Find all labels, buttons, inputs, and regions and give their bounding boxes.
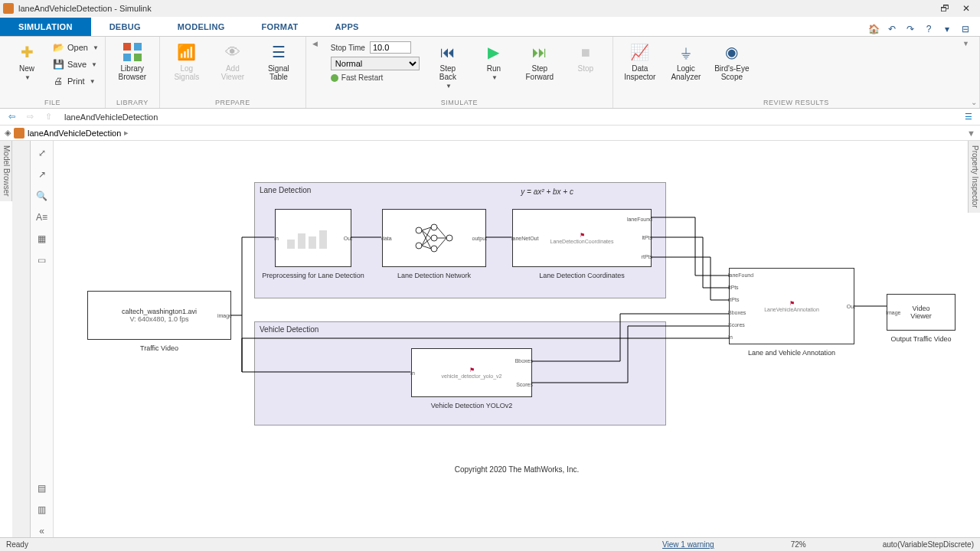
window-title-sep: - [112,4,119,13]
step-back-button[interactable]: ⏮Step Back▼ [427,40,469,91]
block-vehicle-yolo[interactable]: In BboxesScores ⚑ vehicle_detector_yolo_… [411,348,532,397]
zoom-fit-icon[interactable]: ⤢ [36,147,48,159]
canvas-wrap: ⤢ ↗ 🔍 A≡ ▦ ▭ ▤ ▥ « Lane Detection y = ax… [31,141,980,537]
add-viewer-button[interactable]: 👁Add Viewer [212,40,253,83]
svg-rect-6 [309,236,316,249]
birds-eye-scope-button[interactable]: ◉Bird's-Eye Scope [711,40,753,83]
run-button[interactable]: ▶Run▼ [473,40,514,83]
fast-restart-toggle[interactable]: Fast Restart [331,73,420,82]
step-back-icon: ⏮ [437,41,459,63]
nav-up-button: ⇧ [41,110,55,124]
neural-net-icon [411,223,457,253]
palette-item-1-icon[interactable]: ▤ [36,482,48,494]
more-review-button[interactable]: ▼ [962,40,969,47]
redo-icon[interactable]: ↷ [903,22,917,36]
zoom-tool-icon[interactable]: 🔍 [36,190,48,202]
window-title-app: laneAndVehicleDetection [18,4,112,13]
model-canvas[interactable]: Lane Detection y = ax² + bx + c In Out P… [54,141,980,537]
status-zoom[interactable]: 72% [791,540,806,549]
svg-line-22 [437,238,446,249]
model-hierarchy-icon[interactable]: ◈ [5,128,11,138]
data-inspector-button[interactable]: 📈Data Inspector [619,40,661,83]
play-icon: ▶ [483,41,505,63]
sim-mode-select[interactable]: Normal [331,57,420,70]
tab-format[interactable]: FORMAT [243,18,317,36]
svg-line-20 [437,227,446,238]
help-dropdown-icon[interactable]: ▾ [940,22,954,36]
svg-point-13 [446,235,452,241]
open-button[interactable]: 📂Open▼ [52,40,99,55]
subsystem-vehicle-title: Vehicle Detection [260,325,318,334]
birds-eye-icon: ◉ [721,41,743,63]
breadcrumb-root[interactable]: laneAndVehicleDetection [28,129,121,138]
tab-debug[interactable]: DEBUG [91,18,159,36]
restore-button[interactable]: 🗗 [934,1,956,16]
block-vehicle-yolo-label: Vehicle Detection YOLOv2 [431,402,512,409]
svg-point-8 [416,227,422,233]
palette-item-2-icon[interactable]: ▥ [36,504,48,516]
block-lane-network[interactable]: data output [382,209,486,267]
print-button[interactable]: 🖨Print▼ [52,73,99,89]
block-preprocessing[interactable]: In Out [275,209,351,267]
property-inspector-tab[interactable]: Property Inspector [968,141,980,213]
viewer-icon: 👁 [222,41,243,63]
tab-modeling[interactable]: MODELING [159,18,243,36]
svg-point-10 [431,224,437,230]
new-button[interactable]: ✚ New ▼ [6,40,47,83]
app-icon [3,3,14,14]
home-icon[interactable]: 🏠 [867,22,880,36]
log-signals-button[interactable]: 📶Log Signals [166,40,207,83]
subsystem-vehicle-detection[interactable]: Vehicle Detection In BboxesScores ⚑ vehi… [254,321,666,425]
svg-rect-2 [123,54,131,61]
group-prepare: 📶Log Signals 👁Add Viewer ☰Signal Table P… [160,37,306,108]
annotation-tool-icon[interactable]: A≡ [36,211,48,223]
svg-point-11 [431,235,437,241]
logic-analyzer-button[interactable]: ⏚Logic Analyzer [665,40,707,83]
tab-simulation[interactable]: SIMULATION [0,18,91,36]
nav-back-button[interactable]: ⇦ [5,110,18,124]
block-traffic-video-label: Traffic Video [140,344,178,352]
breadcrumb-dropdown-icon[interactable]: ▼ [967,129,975,138]
expand-ribbon-icon[interactable]: ⌄ [971,98,977,106]
step-forward-button[interactable]: ⏭Step Forward [519,40,560,83]
folder-icon: 📂 [52,41,64,54]
status-solver[interactable]: auto(VariableStepDiscrete) [883,540,974,549]
arrow-tool-icon[interactable]: ↗ [36,168,48,181]
tab-apps[interactable]: APPS [317,18,377,36]
nav-strip: ⇦ ⇨ ⇧ laneAndVehicleDetection ☰ [0,109,980,126]
model-icon [14,128,24,139]
stop-time-input[interactable] [370,41,411,54]
main-area: Model Browser ⤢ ↗ 🔍 A≡ ▦ ▭ ▤ ▥ « Lane De… [0,141,980,537]
signal-table-button[interactable]: ☰Signal Table [258,40,299,83]
close-button[interactable]: ✕ [956,1,977,16]
block-traffic-video[interactable]: caltech_washington1.avi V: 640x480, 1.0 … [87,291,231,340]
palette-collapse-icon[interactable]: « [36,525,48,537]
undo-icon[interactable]: ↶ [885,22,899,36]
nav-title: laneAndVehicleDetection [64,112,158,122]
svg-rect-0 [123,43,131,51]
logic-analyzer-icon: ⏚ [675,41,697,63]
image-tool-icon[interactable]: ▦ [36,233,48,245]
preprocessing-thumb-icon [283,223,344,253]
model-browser-tab[interactable]: Model Browser [0,141,12,201]
help-icon[interactable]: ? [922,22,936,36]
canvas-left-bar [12,141,31,537]
breadcrumb-chevron-icon[interactable]: ▸ [124,128,129,138]
subsystem-lane-detection[interactable]: Lane Detection y = ax² + bx + c In Out P… [254,182,666,298]
title-bar: laneAndVehicleDetection - Simulink 🗗 ✕ [0,0,980,17]
library-browser-button[interactable]: Library Browser [112,40,153,83]
status-warning[interactable]: View 1 warning [662,540,714,549]
stop-button[interactable]: ■Stop [565,40,606,74]
canvas-palette: ⤢ ↗ 🔍 A≡ ▦ ▭ ▤ ▥ « [31,141,54,537]
view-options-icon[interactable]: ☰ [962,110,975,124]
block-lane-coordinates[interactable]: laneNetOut laneFoundltPtsrtPts ⚑ LaneDet… [512,209,652,267]
subsystem-lane-title: Lane Detection [260,186,311,194]
block-video-viewer[interactable]: Image Video Viewer [887,294,956,331]
area-tool-icon[interactable]: ▭ [36,254,48,266]
svg-rect-5 [298,233,305,249]
block-annotation[interactable]: laneFoundltPtsrtPts BboxesScoresIn Out ⚑… [729,268,854,344]
minimize-ribbon-icon[interactable]: ⊟ [959,22,972,36]
save-button[interactable]: 💾Save▼ [52,57,99,72]
group-review: 📈Data Inspector ⏚Logic Analyzer ◉Bird's-… [613,37,980,108]
prev-config-button[interactable]: ◀ [312,40,323,47]
